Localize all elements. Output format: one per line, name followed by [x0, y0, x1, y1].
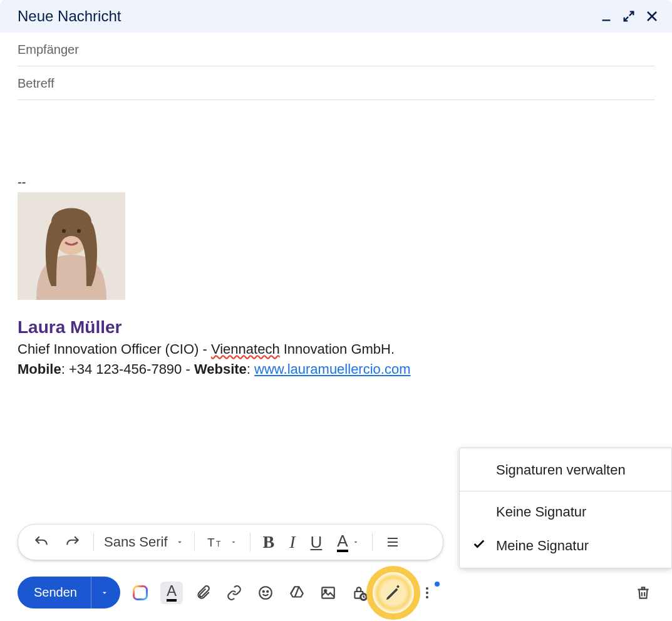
svg-point-15 — [267, 590, 268, 592]
my-signature-item[interactable]: Meine Signatur — [460, 529, 671, 563]
subject-input[interactable] — [18, 76, 654, 91]
recipients-input[interactable] — [18, 43, 654, 57]
svg-point-5 — [62, 229, 66, 233]
toolbar-separator — [93, 533, 94, 552]
text-color-button[interactable]: A — [331, 529, 365, 556]
website-label: Website — [194, 361, 247, 377]
recipients-row — [18, 33, 654, 66]
signature-company: Viennatech — [211, 341, 280, 357]
signature-title-suffix: Innovation GmbH. — [280, 341, 395, 357]
pen-icon — [384, 583, 403, 602]
font-family-select[interactable]: Sans Serif — [100, 531, 188, 553]
paperclip-icon — [195, 585, 211, 601]
svg-text:T: T — [216, 540, 221, 548]
website-link[interactable]: www.lauramuellercio.com — [254, 361, 410, 377]
font-size-button[interactable]: TT — [201, 531, 244, 553]
signature-contact: Mobile: +34 123-456-7890 - Website: www.… — [18, 361, 654, 377]
signature-divider: -- — [18, 175, 654, 190]
discard-draft-button[interactable] — [632, 582, 654, 604]
check-icon — [472, 537, 486, 555]
svg-text:T: T — [207, 536, 215, 549]
send-button-group: Senden — [18, 577, 120, 608]
attach-file-button[interactable] — [192, 582, 214, 604]
chevron-down-icon — [230, 538, 237, 546]
redo-button[interactable] — [58, 530, 87, 554]
subject-row — [18, 66, 654, 100]
svg-point-14 — [263, 590, 264, 592]
ai-compose-button[interactable] — [129, 582, 152, 604]
chevron-down-icon — [175, 538, 184, 547]
close-icon[interactable] — [644, 9, 659, 24]
no-signature-item[interactable]: Keine Signatur — [460, 495, 671, 529]
signature-title: Chief Innovation Officer (CIO) - Viennat… — [18, 341, 654, 357]
window-header: Neue Nachricht — [0, 0, 672, 33]
formatting-toggle-button[interactable]: A — [160, 582, 183, 604]
svg-point-13 — [259, 587, 272, 599]
manage-signatures-item[interactable]: Signaturen verwalten — [460, 453, 671, 487]
signature-title-prefix: Chief Innovation Officer (CIO) - — [18, 341, 211, 357]
undo-button[interactable] — [27, 530, 56, 554]
bottom-action-bar: Senden A — [0, 568, 672, 621]
website-sep: : — [247, 361, 254, 377]
mobile-label: Mobile — [18, 361, 61, 377]
insert-link-button[interactable] — [223, 582, 246, 604]
formatting-toolbar: Sans Serif TT B I U A — [18, 524, 443, 560]
font-family-label: Sans Serif — [104, 534, 168, 550]
svg-point-21 — [426, 587, 428, 590]
signature-photo — [18, 192, 125, 300]
signature-popup: Signaturen verwalten Keine Signatur Mein… — [459, 448, 672, 568]
chevron-down-icon — [352, 538, 359, 546]
more-vert-icon — [420, 585, 435, 600]
image-icon — [320, 585, 336, 601]
send-options-button[interactable] — [91, 580, 120, 606]
fullscreen-icon[interactable] — [622, 9, 636, 23]
signature-name: Laura Müller — [18, 317, 654, 337]
notification-dot — [435, 582, 440, 587]
toolbar-separator — [250, 533, 251, 552]
minimize-icon[interactable] — [599, 9, 613, 23]
compose-window: Neue Nachricht -- Laura Müller Chief Inn… — [0, 0, 672, 621]
window-controls — [599, 9, 659, 24]
drive-icon — [289, 585, 305, 601]
svg-point-17 — [324, 590, 326, 592]
mobile-value: : +34 123-456-7890 - — [61, 361, 194, 377]
my-signature-label: Meine Signatur — [496, 538, 589, 553]
svg-point-6 — [77, 229, 81, 233]
svg-rect-12 — [133, 586, 147, 599]
svg-point-22 — [426, 592, 428, 594]
bold-button[interactable]: B — [257, 528, 281, 556]
toolbar-separator — [372, 533, 373, 552]
underline-button[interactable]: U — [304, 529, 329, 556]
chevron-down-icon — [100, 588, 109, 597]
toolbar-separator — [194, 533, 195, 552]
insert-image-button[interactable] — [317, 582, 339, 604]
insert-emoji-button[interactable] — [254, 582, 277, 604]
lock-clock-icon — [351, 585, 368, 601]
trash-icon — [635, 585, 651, 601]
confidential-mode-button[interactable] — [348, 582, 371, 604]
smile-icon — [257, 585, 274, 601]
popup-divider — [460, 491, 671, 491]
insert-signature-button[interactable] — [382, 582, 405, 604]
align-button[interactable] — [379, 531, 406, 553]
more-options-button[interactable] — [416, 582, 438, 604]
window-title: Neue Nachricht — [18, 8, 121, 25]
send-button[interactable]: Senden — [18, 577, 91, 608]
link-icon — [226, 585, 242, 601]
italic-button[interactable]: I — [283, 528, 301, 556]
svg-point-23 — [426, 596, 428, 598]
text-color-icon: A — [337, 533, 348, 552]
insert-drive-button[interactable] — [286, 582, 308, 604]
